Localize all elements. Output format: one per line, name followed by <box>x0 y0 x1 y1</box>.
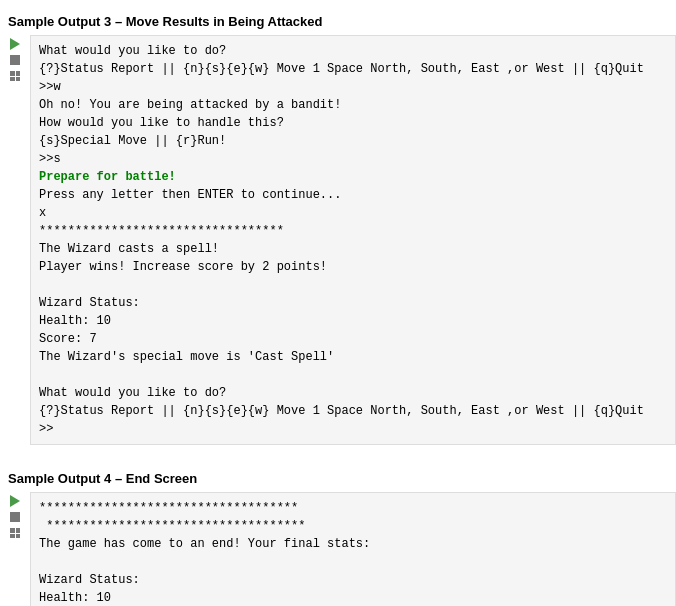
section-4: Sample Output 4 – End Screen ***********… <box>0 457 676 606</box>
section-3: Sample Output 3 – Move Results in Being … <box>0 0 676 457</box>
grid-icon[interactable] <box>8 69 22 83</box>
output-area-3: What would you like to do? {?}Status Rep… <box>0 33 676 447</box>
output-area-4: ************************************ ***… <box>0 490 676 606</box>
code-block-4: ************************************ ***… <box>30 492 676 606</box>
grid-icon-2[interactable] <box>8 526 22 540</box>
gutter-3 <box>0 35 30 83</box>
code-block-3: What would you like to do? {?}Status Rep… <box>30 35 676 445</box>
play-icon[interactable] <box>8 37 22 51</box>
section-4-title: Sample Output 4 – End Screen <box>0 463 676 490</box>
play-icon-2[interactable] <box>8 494 22 508</box>
page-container: Sample Output 3 – Move Results in Being … <box>0 0 676 606</box>
section-3-title: Sample Output 3 – Move Results in Being … <box>0 6 676 33</box>
square-icon[interactable] <box>8 53 22 67</box>
gutter-4 <box>0 492 30 540</box>
square-icon-2[interactable] <box>8 510 22 524</box>
